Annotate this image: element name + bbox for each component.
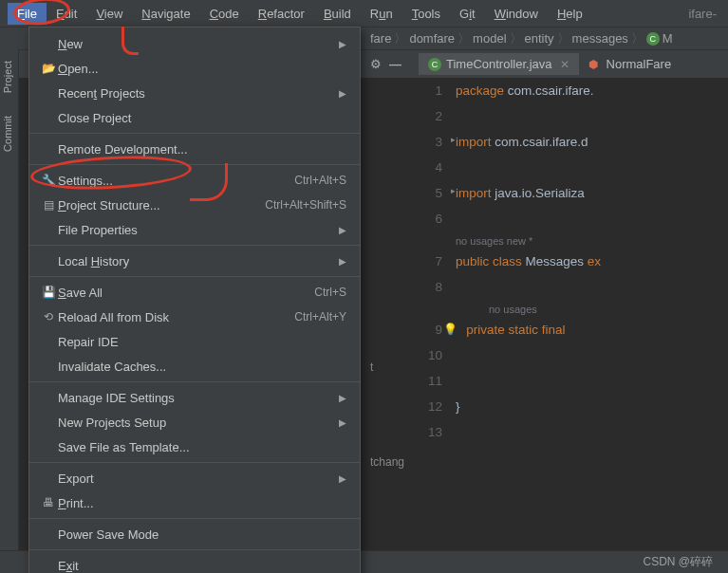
menu-navigate[interactable]: Navigate xyxy=(132,3,199,25)
menu-build[interactable]: Build xyxy=(314,3,361,25)
print-icon: 🖶 xyxy=(39,496,58,509)
line-number: 6 xyxy=(413,212,456,226)
menu-print[interactable]: 🖶Print... xyxy=(29,490,360,515)
rail-commit[interactable]: Commit xyxy=(0,104,15,163)
breadcrumb-part[interactable]: messages xyxy=(572,31,628,46)
tab-label: TimeController.java xyxy=(446,57,552,71)
menu-save-as-template[interactable]: Save File as Template... xyxy=(29,434,360,459)
shortcut-text: Ctrl+Alt+S xyxy=(294,174,346,187)
breadcrumb-file[interactable]: M xyxy=(663,31,673,46)
folder-icon: 📂 xyxy=(39,62,58,75)
tab-label: NormalFare xyxy=(607,57,672,71)
line-number: 8 xyxy=(413,280,456,294)
line-number: 7 xyxy=(413,254,456,268)
menu-close-project[interactable]: Close Project xyxy=(29,105,360,130)
gear-icon[interactable]: ⚙ xyxy=(370,57,382,71)
menu-local-history[interactable]: Local History▶ xyxy=(29,249,360,273)
code-editor[interactable]: 1package com.csair.ifare. 2 3▸import com… xyxy=(413,78,728,550)
menu-invalidate-caches[interactable]: Invalidate Caches... xyxy=(29,354,360,379)
shortcut-text: Ctrl+Alt+Shift+S xyxy=(265,198,346,212)
submenu-arrow-icon: ▶ xyxy=(339,88,346,99)
menu-new[interactable]: New▶ xyxy=(29,31,360,56)
shortcut-text: Ctrl+S xyxy=(314,286,346,299)
menu-help[interactable]: Help xyxy=(548,3,592,25)
menu-open[interactable]: 📂Open... xyxy=(29,56,360,81)
menu-file[interactable]: File xyxy=(8,3,47,25)
submenu-arrow-icon: ▶ xyxy=(339,417,346,428)
menu-export[interactable]: Export▶ xyxy=(29,466,360,490)
class-icon: C xyxy=(428,58,441,71)
reload-icon: ⟲ xyxy=(39,310,58,323)
rail-project[interactable]: Project xyxy=(0,49,15,104)
menu-refactor[interactable]: Refactor xyxy=(249,3,314,25)
menu-recent-projects[interactable]: Recent Projects▶ xyxy=(29,81,360,105)
menu-view[interactable]: View xyxy=(86,3,132,25)
line-number: 1 xyxy=(413,83,456,98)
class-icon: C xyxy=(646,32,660,46)
menu-edit[interactable]: Edit xyxy=(47,3,86,25)
save-icon: 💾 xyxy=(39,286,58,299)
line-number: 4 xyxy=(413,160,456,175)
file-menu-dropdown: New▶ 📂Open... Recent Projects▶ Close Pro… xyxy=(28,27,361,573)
close-icon[interactable]: ✕ xyxy=(560,58,569,71)
line-number: 5▸ xyxy=(413,186,456,200)
menu-run[interactable]: Run xyxy=(361,3,402,25)
line-number: 13 xyxy=(413,425,456,439)
fold-icon[interactable]: ▸ xyxy=(451,135,456,144)
breadcrumb-part[interactable]: model xyxy=(473,31,506,46)
submenu-arrow-icon: ▶ xyxy=(339,225,346,235)
editor-tab-timecontroller[interactable]: C TimeController.java ✕ xyxy=(419,53,579,75)
line-number: 12 xyxy=(413,399,456,414)
bug-icon: ⬢ xyxy=(588,58,602,71)
tool-window-rail: Project Commit xyxy=(0,49,19,573)
line-number: 2 xyxy=(413,109,456,123)
menu-exit[interactable]: Exit xyxy=(29,553,360,573)
menu-settings[interactable]: 🔧Settings...Ctrl+Alt+S xyxy=(29,168,360,193)
submenu-arrow-icon: ▶ xyxy=(339,39,346,49)
structure-icon: ▤ xyxy=(39,198,58,212)
menu-remote-development[interactable]: Remote Development... xyxy=(29,137,360,161)
breadcrumb-part[interactable]: entity xyxy=(525,31,554,46)
menu-tools[interactable]: Tools xyxy=(402,3,450,25)
menu-file-properties[interactable]: File Properties▶ xyxy=(29,217,360,242)
menu-project-structure[interactable]: ▤Project Structure...Ctrl+Alt+Shift+S xyxy=(29,193,360,217)
breadcrumb-part[interactable]: fare xyxy=(370,31,391,46)
menu-reload-from-disk[interactable]: ⟲Reload All from DiskCtrl+Alt+Y xyxy=(29,305,360,329)
menu-code[interactable]: Code xyxy=(200,3,249,25)
inlay-hint[interactable]: no usages xyxy=(413,304,728,315)
line-number: 10 xyxy=(413,348,456,362)
line-number: 9💡 xyxy=(413,323,456,337)
menu-git[interactable]: Git xyxy=(450,3,485,25)
collapse-icon[interactable]: — xyxy=(389,57,401,71)
submenu-arrow-icon: ▶ xyxy=(339,256,346,267)
menu-repair-ide[interactable]: Repair IDE xyxy=(29,329,360,354)
breadcrumb-part[interactable]: domfare xyxy=(409,31,455,46)
menu-new-projects-setup[interactable]: New Projects Setup▶ xyxy=(29,410,360,434)
bulb-icon[interactable]: 💡 xyxy=(443,323,457,336)
menu-manage-ide-settings[interactable]: Manage IDE Settings▶ xyxy=(29,385,360,410)
wrench-icon: 🔧 xyxy=(39,174,58,187)
menu-save-all[interactable]: 💾Save AllCtrl+S xyxy=(29,280,360,305)
project-name: ifare- xyxy=(688,7,720,21)
menu-power-save-mode[interactable]: Power Save Mode xyxy=(29,522,360,546)
editor-tab-normalfare[interactable]: ⬢ NormalFare xyxy=(579,53,681,75)
fold-icon[interactable]: ▸ xyxy=(451,186,456,195)
menu-window[interactable]: Window xyxy=(485,3,548,25)
obscured-text: t xyxy=(370,360,373,374)
line-number: 11 xyxy=(413,374,456,388)
inlay-hint[interactable]: no usages new * xyxy=(413,235,728,247)
submenu-arrow-icon: ▶ xyxy=(339,473,346,484)
watermark-text: CSDN @碎碎 xyxy=(643,554,713,570)
submenu-arrow-icon: ▶ xyxy=(339,393,346,403)
obscured-text: tchang xyxy=(370,455,404,469)
shortcut-text: Ctrl+Alt+Y xyxy=(294,310,346,323)
main-menubar: File Edit View Navigate Code Refactor Bu… xyxy=(0,0,728,27)
line-number: 3▸ xyxy=(413,135,456,149)
